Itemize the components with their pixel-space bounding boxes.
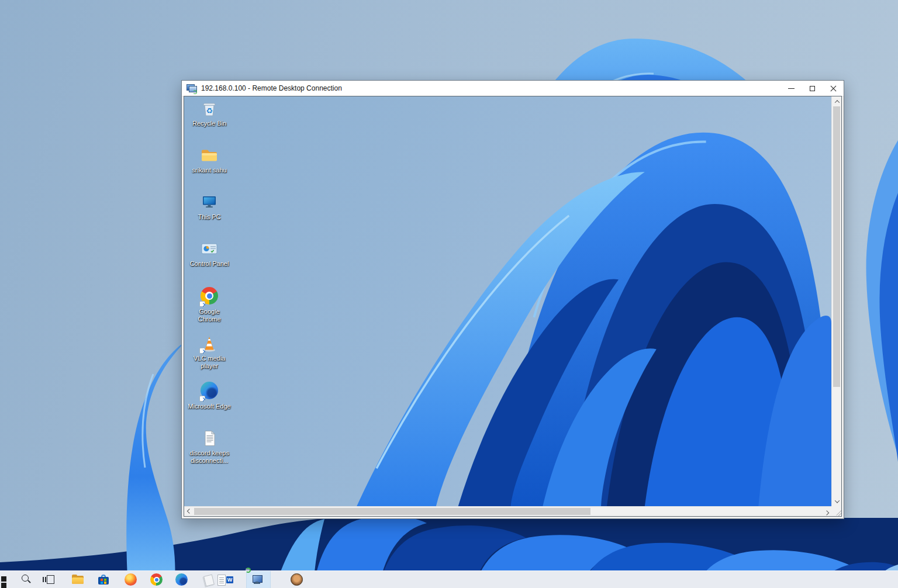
minimize-icon [788,88,795,89]
remote-desktop-viewport[interactable]: ♻ Recycle Bin srik [184,96,831,506]
chevron-up-icon [834,100,839,105]
desktop-icon-google-chrome[interactable]: Google Chrome [188,287,231,334]
icon-label: Control Panel [188,260,231,268]
this-pc-icon [199,192,219,212]
desktop-icon-microsoft-edge[interactable]: Microsoft Edge [188,382,231,428]
icon-label: srikant sahu [188,167,231,174]
taskbar: W [0,570,898,588]
rdp-titlebar[interactable]: 192.168.0.100 - Remote Desktop Connectio… [182,81,844,96]
control-panel-icon [199,239,219,259]
resize-grip[interactable] [831,506,841,516]
scroll-right-button[interactable] [821,507,831,517]
taskbar-user-app[interactable] [290,573,303,586]
desktop-icon-user-folder[interactable]: srikant sahu [188,146,231,192]
desktop-icon-control-panel[interactable]: Control Panel [188,239,231,286]
icon-label: VLC media player [188,355,231,369]
chevron-right-icon [824,510,828,515]
maximize-icon [810,86,815,91]
desktop-icon-recycle-bin[interactable]: ♻ Recycle Bin [188,99,231,146]
shortcut-arrow-icon [199,396,205,402]
firefox-icon [125,573,137,586]
rdp-window: 192.168.0.100 - Remote Desktop Connectio… [181,80,844,519]
folder-icon [199,146,219,165]
minimize-button[interactable] [780,81,802,96]
shortcut-arrow-icon [199,348,205,354]
horizontal-scrollbar-thumb[interactable] [194,508,590,515]
taskbar-chrome[interactable] [150,573,163,586]
close-button[interactable] [823,81,844,96]
edge-icon [175,573,188,586]
svg-text:♻: ♻ [206,106,213,115]
maximize-button[interactable] [802,81,823,96]
task-view-button[interactable] [44,573,57,586]
icon-label: Recycle Bin [188,120,231,127]
taskbar-file-explorer[interactable] [71,573,84,586]
window-title: 192.168.0.100 - Remote Desktop Connectio… [201,84,342,92]
taskbar-search-button[interactable] [20,573,33,586]
taskbar-edge[interactable] [175,573,188,586]
document-icon [199,428,219,448]
vlc-icon [199,334,219,354]
chrome-icon [199,287,219,307]
recycle-bin-icon: ♻ [199,99,219,119]
edge-icon [199,382,219,402]
user-avatar-icon [291,573,303,586]
icon-label: Microsoft Edge [188,403,231,410]
shortcut-arrow-icon [199,301,205,307]
vertical-scrollbar[interactable] [831,96,841,506]
icon-label: This PC [188,213,231,221]
taskbar-microsoft-store[interactable] [97,573,110,586]
icon-label: discord keeps disconnecti... [188,449,231,464]
scroll-down-button[interactable] [832,496,842,506]
taskbar-firefox[interactable] [124,573,137,586]
desktop-icon-text-document[interactable]: discord keeps disconnecti... [188,428,231,475]
scroll-up-button[interactable] [832,96,842,106]
taskbar-word[interactable]: W [226,573,239,586]
start-button[interactable] [0,573,8,586]
icon-label: Google Chrome [188,308,231,323]
close-icon [830,85,837,92]
desktop-icon-column: ♻ Recycle Bin srik [188,99,231,475]
screen: 192.168.0.100 - Remote Desktop Connectio… [0,0,898,588]
desktop-icon-this-pc[interactable]: This PC [188,192,231,239]
vertical-scrollbar-thumb[interactable] [833,106,840,387]
rdp-client-area: ♻ Recycle Bin srik [184,96,842,517]
chevron-down-icon [834,498,839,503]
chrome-icon [150,573,163,586]
taskbar-remote-desktop[interactable] [251,573,264,586]
remote-desktop-titlebar-icon [186,84,196,93]
chevron-left-icon [186,509,191,513]
remote-bloom-graphic [184,96,831,506]
scroll-left-button[interactable] [184,507,194,517]
windows-logo-icon [0,576,6,588]
taskbar-notes-app[interactable] [202,573,215,586]
desktop-icon-vlc[interactable]: VLC media player [188,334,231,381]
horizontal-scrollbar[interactable] [184,506,831,516]
